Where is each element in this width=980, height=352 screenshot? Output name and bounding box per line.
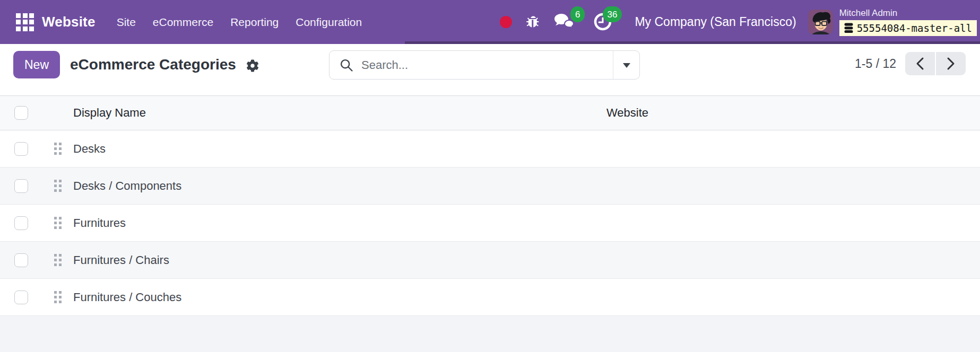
row-checkbox[interactable] xyxy=(14,179,28,193)
company-switcher[interactable]: My Company (San Francisco) xyxy=(635,15,796,29)
action-menu-button[interactable] xyxy=(246,57,259,72)
drag-handle-icon xyxy=(54,217,62,229)
table-row[interactable]: Furnitures / Couches xyxy=(0,279,980,316)
menu-reporting[interactable]: Reporting xyxy=(222,0,287,44)
drag-handle-icon xyxy=(54,291,62,303)
pager-next-button[interactable] xyxy=(936,52,966,75)
pager: 1-5 / 12 xyxy=(855,52,966,75)
table-row[interactable]: Desks / Components xyxy=(0,168,980,205)
messages-badge: 6 xyxy=(570,6,585,22)
drag-handle[interactable] xyxy=(42,180,73,192)
top-menu: Site eCommerce Reporting Configuration xyxy=(108,0,371,44)
chevron-down-icon xyxy=(623,63,630,72)
cell-display-name[interactable]: Furnitures xyxy=(73,216,606,230)
table-row[interactable]: Furnitures / Chairs xyxy=(0,242,980,279)
database-icon xyxy=(844,23,853,33)
list-body: Desks Desks / Components Furnitures xyxy=(0,130,980,316)
cell-display-name[interactable]: Desks xyxy=(73,142,606,156)
chevron-right-icon xyxy=(946,57,956,71)
cell-display-name[interactable]: Furnitures / Chairs xyxy=(73,253,606,267)
activities-badge: 36 xyxy=(603,6,622,22)
row-checkbox[interactable] xyxy=(14,216,28,230)
list-view: Display Name Website Desks Desks / Compo… xyxy=(0,95,980,316)
table-row[interactable]: Furnitures xyxy=(0,205,980,242)
drag-handle-icon xyxy=(54,180,62,192)
list-header: Display Name Website xyxy=(0,95,980,130)
search-bar xyxy=(329,50,640,80)
gear-icon xyxy=(246,59,259,72)
drag-handle-icon xyxy=(54,254,62,266)
search-input[interactable] xyxy=(361,58,613,72)
activities-button[interactable]: 36 xyxy=(593,12,612,31)
pager-previous-button[interactable] xyxy=(905,52,935,75)
row-checkbox[interactable] xyxy=(14,291,28,304)
menu-configuration[interactable]: Configuration xyxy=(287,0,370,44)
table-row[interactable]: Desks xyxy=(0,130,980,168)
row-checkbox[interactable] xyxy=(14,142,28,156)
database-badge: 55554084-master-all xyxy=(839,20,977,37)
messages-button[interactable]: 6 xyxy=(553,12,575,31)
column-header-display-name[interactable]: Display Name xyxy=(73,106,606,120)
user-menu[interactable]: Mitchell Admin 55554084-master-all xyxy=(839,8,977,37)
avatar[interactable] xyxy=(808,10,833,34)
chevron-left-icon xyxy=(915,57,925,71)
systray: 6 36 My Company (San Francisco) xyxy=(500,8,980,37)
new-button[interactable]: New xyxy=(13,51,60,78)
apps-menu-button[interactable] xyxy=(16,13,34,31)
row-checkbox[interactable] xyxy=(14,253,28,267)
app-name[interactable]: Website xyxy=(42,14,96,30)
bug-icon xyxy=(525,14,541,30)
column-header-website[interactable]: Website xyxy=(606,106,980,120)
select-all-checkbox[interactable] xyxy=(14,106,28,120)
drag-handle-icon xyxy=(54,143,62,155)
user-name[interactable]: Mitchell Admin xyxy=(839,8,898,19)
page-title: eCommerce Categories xyxy=(70,56,236,73)
cell-display-name[interactable]: Furnitures / Couches xyxy=(73,291,606,304)
search-icon xyxy=(339,58,354,73)
record-indicator-dot[interactable] xyxy=(500,16,512,28)
menu-ecommerce[interactable]: eCommerce xyxy=(144,0,222,44)
top-navbar: Website Site eCommerce Reporting Configu… xyxy=(0,0,980,44)
menu-site[interactable]: Site xyxy=(108,0,144,44)
cell-display-name[interactable]: Desks / Components xyxy=(73,179,606,193)
avatar-image xyxy=(808,10,833,34)
drag-handle[interactable] xyxy=(42,217,73,229)
apps-grid-icon xyxy=(16,13,34,31)
database-name: 55554084-master-all xyxy=(857,22,972,34)
debug-menu-button[interactable] xyxy=(525,14,541,30)
control-panel: New eCommerce Categories 1-5 / 12 xyxy=(0,44,980,95)
pager-value[interactable]: 1-5 / 12 xyxy=(855,57,896,71)
drag-handle[interactable] xyxy=(42,143,73,155)
drag-handle[interactable] xyxy=(42,254,73,266)
search-options-toggle[interactable] xyxy=(613,51,639,79)
drag-handle[interactable] xyxy=(42,291,73,303)
